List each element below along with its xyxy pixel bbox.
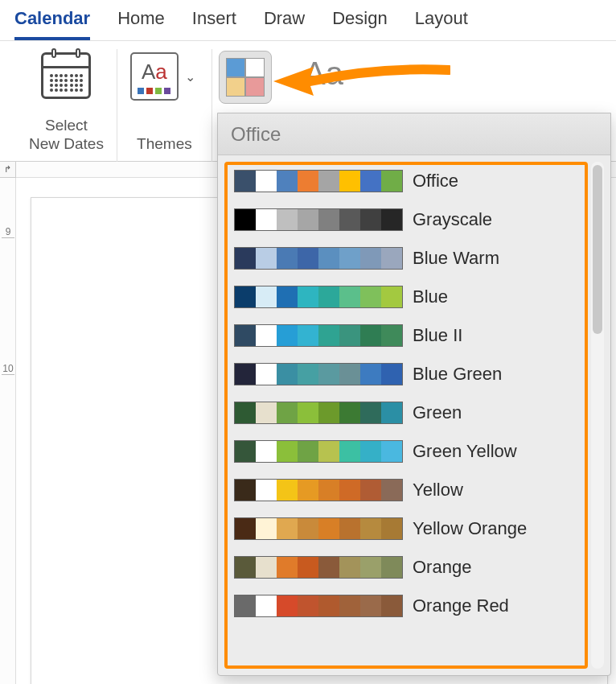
swatch-strip: [234, 363, 403, 385]
tab-calendar[interactable]: Calendar: [14, 8, 90, 40]
swatch-strip: [234, 324, 403, 347]
ruler-mark: 9: [2, 226, 14, 238]
color-scheme-blue-green[interactable]: Blue Green: [232, 361, 580, 387]
tab-layout[interactable]: Layout: [415, 8, 468, 40]
themes-label: Themes: [137, 135, 192, 154]
color-scheme-yellow-orange[interactable]: Yellow Orange: [232, 516, 580, 542]
fonts-icon-text: Aa: [304, 56, 343, 92]
vertical-ruler[interactable]: 9 10: [0, 178, 16, 684]
tab-insert[interactable]: Insert: [192, 8, 236, 40]
scheme-label: Yellow Orange: [413, 518, 527, 539]
tab-home[interactable]: Home: [117, 8, 165, 40]
swatch-strip: [234, 247, 403, 270]
swatch-strip: [234, 517, 403, 540]
chevron-down-icon: ⌄: [350, 63, 367, 84]
theme-fonts-button[interactable]: Aa ⌄: [304, 56, 367, 92]
tab-draw[interactable]: Draw: [264, 8, 305, 40]
color-scheme-green[interactable]: Green: [232, 400, 580, 426]
scheme-label: Blue: [413, 286, 448, 307]
color-scheme-blue[interactable]: Blue: [232, 284, 580, 310]
scheme-label: Blue Warm: [413, 248, 499, 269]
swatch-strip: [234, 402, 403, 424]
swatch-strip: [234, 286, 403, 308]
themes-button[interactable]: Aa: [130, 52, 179, 101]
color-scheme-orange-red[interactable]: Orange Red: [232, 593, 580, 619]
color-scheme-blue-ii[interactable]: Blue II: [232, 323, 580, 348]
dropdown-section-header: Office: [218, 113, 610, 155]
group-select-dates: Select New Dates: [16, 49, 117, 162]
swatch-strip: [234, 208, 403, 231]
scheme-label: Orange: [413, 557, 471, 578]
scheme-label: Office: [413, 171, 458, 192]
tab-design[interactable]: Design: [332, 8, 387, 40]
swatch-strip: [234, 440, 403, 463]
dropdown-scrollbar[interactable]: [591, 162, 604, 669]
ruler-corner: ↱: [0, 162, 16, 178]
color-scheme-blue-warm[interactable]: Blue Warm: [232, 245, 580, 271]
scheme-label: Orange Red: [413, 595, 509, 616]
scrollbar-thumb[interactable]: [593, 165, 602, 334]
theme-colors-button[interactable]: [219, 51, 272, 104]
ribbon-tabs: CalendarHomeInsertDrawDesignLayout: [0, 0, 616, 41]
group-themes: Aa ⌄ Themes: [117, 49, 212, 162]
color-scheme-orange[interactable]: Orange: [232, 554, 580, 580]
scheme-label: Grayscale: [413, 209, 492, 230]
calendar-icon[interactable]: [41, 52, 91, 99]
ruler-mark: 10: [2, 363, 14, 375]
color-scheme-office[interactable]: Office: [232, 168, 580, 194]
swatch-strip: [234, 170, 403, 192]
select-dates-label: Select New Dates: [29, 117, 104, 154]
swatch-strip: [234, 556, 403, 579]
swatch-strip: [234, 479, 403, 501]
scheme-label: Green Yellow: [413, 441, 517, 462]
scheme-label: Blue II: [413, 325, 462, 346]
scheme-label: Blue Green: [413, 364, 502, 385]
color-scheme-green-yellow[interactable]: Green Yellow: [232, 439, 580, 464]
color-scheme-yellow[interactable]: Yellow: [232, 477, 580, 503]
color-scheme-grayscale[interactable]: Grayscale: [232, 207, 580, 233]
scheme-label: Green: [413, 402, 462, 423]
scheme-label: Yellow: [413, 480, 463, 501]
theme-colors-dropdown: Office OfficeGrayscaleBlue WarmBlueBlue …: [217, 113, 611, 676]
themes-dropdown-chevron[interactable]: ⌄: [182, 66, 199, 88]
color-schemes-list: OfficeGrayscaleBlue WarmBlueBlue IIBlue …: [224, 162, 588, 669]
swatch-strip: [234, 595, 403, 617]
